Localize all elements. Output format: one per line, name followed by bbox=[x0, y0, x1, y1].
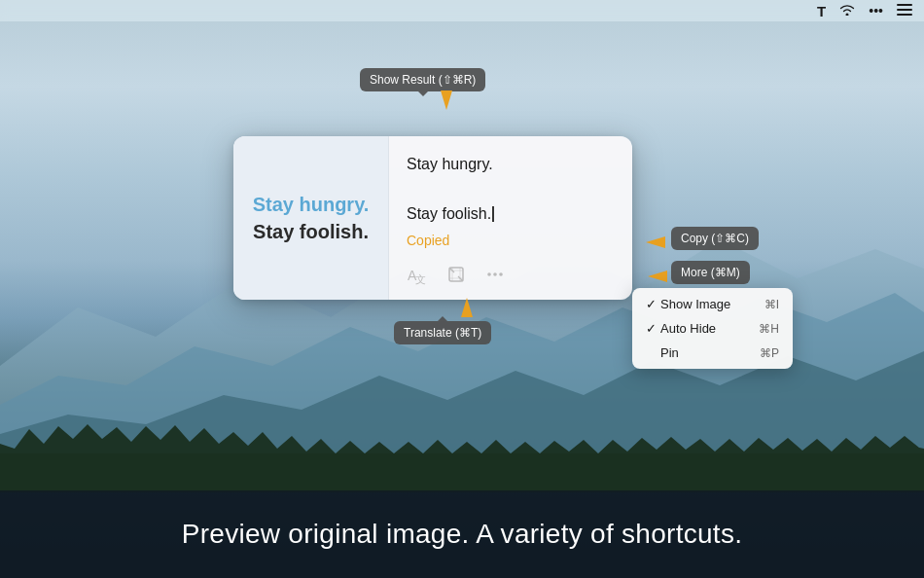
context-menu: ✓ Show Image ⌘I ✓ Auto Hide ⌘H ✓ Pin ⌘P bbox=[632, 288, 793, 369]
wifi-icon bbox=[839, 3, 855, 18]
auto-hide-check: ✓ bbox=[646, 321, 657, 336]
translate-icon[interactable]: A 文 bbox=[407, 264, 428, 290]
show-image-shortcut: ⌘I bbox=[764, 298, 779, 311]
image-preview: Stay hungry. Stay foolish. bbox=[233, 136, 389, 300]
result-text: Stay hungry. Stay foolish. bbox=[407, 152, 615, 227]
copied-label: Copied bbox=[407, 233, 615, 248]
typora-icon: T bbox=[817, 3, 826, 19]
toolbar-row: A 文 bbox=[407, 258, 615, 290]
more-arrow bbox=[648, 271, 667, 282]
svg-point-11 bbox=[487, 272, 491, 276]
pin-shortcut: ⌘P bbox=[760, 346, 779, 360]
more-icon[interactable] bbox=[484, 264, 506, 290]
svg-text:文: 文 bbox=[415, 273, 426, 285]
dots-icon: ••• bbox=[869, 3, 883, 18]
bottom-text: Preview original image. A variety of sho… bbox=[182, 519, 743, 550]
preview-line2: Stay foolish. bbox=[253, 218, 369, 245]
main-panel: Stay hungry. Stay foolish. Stay hungry. … bbox=[233, 136, 632, 300]
result-line2: Stay foolish. bbox=[407, 201, 615, 227]
svg-rect-6 bbox=[897, 9, 912, 11]
bottom-bar: Preview original image. A variety of sho… bbox=[0, 490, 924, 578]
result-area: Stay hungry. Stay foolish. Copied A 文 bbox=[389, 136, 632, 300]
svg-rect-5 bbox=[897, 4, 912, 6]
auto-hide-label: Auto Hide bbox=[660, 321, 716, 336]
menubar: T ••• bbox=[0, 0, 924, 21]
crop-icon[interactable] bbox=[445, 264, 467, 290]
pin-label: Pin bbox=[660, 345, 679, 360]
auto-hide-shortcut: ⌘H bbox=[759, 322, 779, 336]
result-line1: Stay hungry. bbox=[407, 152, 615, 177]
context-menu-item-auto-hide[interactable]: ✓ Auto Hide ⌘H bbox=[632, 316, 793, 341]
context-menu-item-show-image[interactable]: ✓ Show Image ⌘I bbox=[632, 292, 793, 316]
svg-point-12 bbox=[493, 272, 497, 276]
show-image-label: Show Image bbox=[660, 297, 730, 311]
preview-line1: Stay hungry. bbox=[253, 191, 370, 218]
svg-rect-7 bbox=[897, 14, 912, 16]
show-result-arrow bbox=[441, 90, 452, 110]
context-menu-item-pin[interactable]: ✓ Pin ⌘P bbox=[632, 341, 793, 365]
translate-arrow bbox=[461, 298, 473, 317]
copy-arrow bbox=[646, 236, 665, 248]
svg-point-13 bbox=[499, 272, 503, 276]
list-icon bbox=[897, 3, 912, 19]
show-image-check: ✓ bbox=[646, 297, 657, 311]
